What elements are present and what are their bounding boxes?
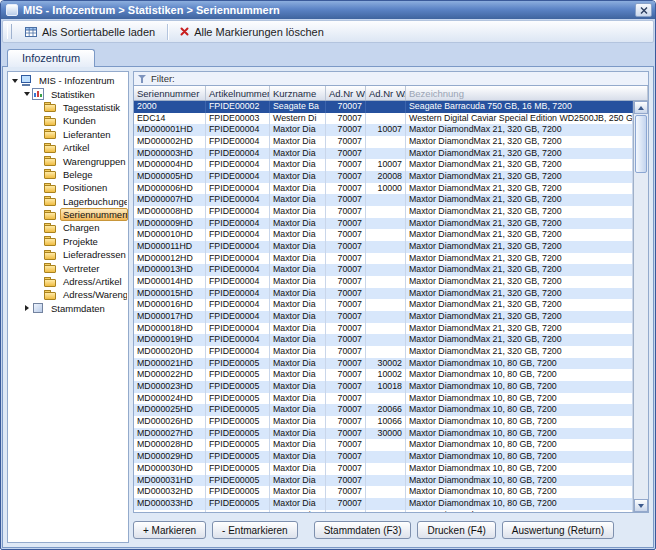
table-row[interactable]: MD000034HDFPIDE00005Maxtor Dia70007Maxto… xyxy=(134,510,633,512)
table-row[interactable]: MD000009HDFPIDE00004Maxtor Dia70007Maxto… xyxy=(134,218,633,230)
tab-infozentrum[interactable]: Infozentrum xyxy=(7,49,95,67)
table-row[interactable]: MD000012HDFPIDE00004Maxtor Dia70007Maxto… xyxy=(134,253,633,265)
cell-adnr-wa xyxy=(366,346,406,358)
clear-marks-button[interactable]: Alle Markierungen löschen xyxy=(174,23,330,41)
tree-item-statistiken[interactable]: Statistiken xyxy=(8,87,128,100)
table-row[interactable]: MD000032HDFPIDE00005Maxtor Dia70007Maxto… xyxy=(134,486,633,498)
cell-bezeichnung: Maxtor Diamondmax 10, 80 GB, 7200 xyxy=(406,428,633,440)
table-row[interactable]: MD000008HDFPIDE00004Maxtor Dia70007Maxto… xyxy=(134,206,633,218)
vertical-scrollbar[interactable] xyxy=(633,101,648,512)
tree-item-belege[interactable]: Belege xyxy=(8,168,128,181)
tree-item-stammdaten[interactable]: Stammdaten xyxy=(8,302,128,315)
table-row[interactable]: MD000026HDFPIDE00005Maxtor Dia7000710066… xyxy=(134,416,633,428)
tree-item-lieferadressen[interactable]: Lieferadressen xyxy=(8,248,128,261)
table-row[interactable]: MD000013HDFPIDE00004Maxtor Dia70007Maxto… xyxy=(134,264,633,276)
cell-adnr-wa: 20066 xyxy=(366,404,406,416)
tree-item-adress-warengruppen[interactable]: Adress/Warengruppen xyxy=(8,288,128,301)
tree-item-artikel[interactable]: Artikel xyxy=(8,141,128,154)
table-row[interactable]: MD000005HDFPIDE00004Maxtor Dia7000720008… xyxy=(134,171,633,183)
expand-icon[interactable] xyxy=(22,305,31,311)
collapse-icon[interactable] xyxy=(22,92,31,96)
cell-seriennummer: MD000007HD xyxy=(134,194,206,206)
folder-icon xyxy=(44,289,57,301)
table-row[interactable]: MD000033HDFPIDE00005Maxtor Dia70007Maxto… xyxy=(134,498,633,510)
tree-item-mis-infozentrum[interactable]: MIS - Infozentrum xyxy=(8,74,128,87)
table-row[interactable]: MD000015HDFPIDE00004Maxtor Dia70007Maxto… xyxy=(134,288,633,300)
markieren-button[interactable]: + Markieren xyxy=(133,521,206,539)
table-row[interactable]: 2000FPIDE00002Seagate Ba70007Seagate Bar… xyxy=(134,101,633,113)
cell-artikelnummer: FPIDE00004 xyxy=(206,229,270,241)
table-row[interactable]: MD000014HDFPIDE00004Maxtor Dia70007Maxto… xyxy=(134,276,633,288)
cell-artikelnummer: FPIDE00005 xyxy=(206,498,270,510)
folder-icon xyxy=(44,235,57,247)
column-header-kurzname[interactable]: Kurzname xyxy=(270,86,326,100)
scrollbar-thumb[interactable] xyxy=(635,115,647,173)
table-row[interactable]: MD000020HDFPIDE00004Maxtor Dia70007Maxto… xyxy=(134,346,633,358)
tree-item-lieferanten[interactable]: Lieferanten xyxy=(8,128,128,141)
table-row[interactable]: MD000027HDFPIDE00005Maxtor Dia7000730000… xyxy=(134,428,633,440)
table-row[interactable]: MD000010HDFPIDE00004Maxtor Dia70007Maxto… xyxy=(134,229,633,241)
scroll-down-button[interactable] xyxy=(634,499,648,512)
table-row[interactable]: MD000006HDFPIDE00004Maxtor Dia7000710000… xyxy=(134,183,633,195)
table-row[interactable]: MD000001HDFPIDE00004Maxtor Dia7000710007… xyxy=(134,124,633,136)
cell-kurzname: Maxtor Dia xyxy=(270,276,326,288)
table-row[interactable]: MD000017HDFPIDE00004Maxtor Dia70007Maxto… xyxy=(134,311,633,323)
table-row[interactable]: MD000023HDFPIDE00005Maxtor Dia7000710018… xyxy=(134,381,633,393)
cell-artikelnummer: FPIDE00005 xyxy=(206,510,270,512)
table-row[interactable]: MD000030HDFPIDE00005Maxtor Dia70007Maxto… xyxy=(134,463,633,475)
tree-item-kunden[interactable]: Kunden xyxy=(8,114,128,127)
tree-item-lagerbuchungen[interactable]: Lagerbuchungen xyxy=(8,195,128,208)
table-row[interactable]: MD000019HDFPIDE00004Maxtor Dia70007Maxto… xyxy=(134,334,633,346)
scrollbar-track[interactable] xyxy=(634,114,648,499)
table-row[interactable]: MD000022HDFPIDE00005Maxtor Dia7000710002… xyxy=(134,369,633,381)
table-row[interactable]: EDC14FPIDE00003Western Di70007Western Di… xyxy=(134,113,633,125)
entmarkieren-button[interactable]: - Entmarkieren xyxy=(212,521,298,539)
cell-adnr-we: 70007 xyxy=(326,264,366,276)
column-header-bezeichnung[interactable]: Bezeichnung xyxy=(406,86,648,100)
tree-item-adress-artikel[interactable]: Adress/Artikel xyxy=(8,275,128,288)
column-header-adnr-wa[interactable]: Ad.Nr WA xyxy=(366,86,406,100)
table-row[interactable]: MD000007HDFPIDE00004Maxtor Dia70007Maxto… xyxy=(134,194,633,206)
auswertung-button[interactable]: Auswertung (Return) xyxy=(502,521,614,539)
table-row[interactable]: MD000004HDFPIDE00004Maxtor Dia7000710007… xyxy=(134,159,633,171)
drucken-button[interactable]: Drucken (F4) xyxy=(417,521,495,539)
cell-bezeichnung: Maxtor DiamondMax 21, 320 GB, 7200 xyxy=(406,229,633,241)
cell-artikelnummer: FPIDE00004 xyxy=(206,124,270,136)
filter-bar[interactable]: Filter: xyxy=(133,71,649,85)
cell-seriennummer: MD000033HD xyxy=(134,498,206,510)
tree-item-warengruppen[interactable]: Warengruppen xyxy=(8,154,128,167)
table-row[interactable]: MD000028HDFPIDE00005Maxtor Dia70007Maxto… xyxy=(134,439,633,451)
cell-kurzname: Maxtor Dia xyxy=(270,486,326,498)
cell-kurzname: Maxtor Dia xyxy=(270,148,326,160)
column-header-adnr-we[interactable]: Ad.Nr WE xyxy=(326,86,366,100)
column-header-seriennummer[interactable]: Seriennummer xyxy=(134,86,206,100)
table-row[interactable]: MD000016HDFPIDE00004Maxtor Dia70007Maxto… xyxy=(134,299,633,311)
grid-body: 2000FPIDE00002Seagate Ba70007Seagate Bar… xyxy=(134,101,648,512)
cell-kurzname: Maxtor Dia xyxy=(270,241,326,253)
close-button[interactable] xyxy=(635,3,652,17)
tree-item-vertreter[interactable]: Vertreter xyxy=(8,261,128,274)
table-row[interactable]: MD000021HDFPIDE00005Maxtor Dia7000730002… xyxy=(134,358,633,370)
table-row[interactable]: MD000025HDFPIDE00005Maxtor Dia7000720066… xyxy=(134,404,633,416)
tree-item-projekte[interactable]: Projekte xyxy=(8,235,128,248)
table-row[interactable]: MD000018HDFPIDE00004Maxtor Dia70007Maxto… xyxy=(134,323,633,335)
table-row[interactable]: MD000029HDFPIDE00005Maxtor Dia70007Maxto… xyxy=(134,451,633,463)
tree-item-seriennummern[interactable]: Seriennummern xyxy=(8,208,128,221)
cell-seriennummer: MD000015HD xyxy=(134,288,206,300)
tree-item-tagesstatistik[interactable]: Tagesstatistik xyxy=(8,101,128,114)
tree-item-chargen[interactable]: Chargen xyxy=(8,221,128,234)
column-header-artikelnummer[interactable]: Artikelnummer xyxy=(206,86,270,100)
table-row[interactable]: MD000011HDFPIDE00004Maxtor Dia70007Maxto… xyxy=(134,241,633,253)
tree-item-positionen[interactable]: Positionen xyxy=(8,181,128,194)
scroll-up-button[interactable] xyxy=(634,101,648,114)
app-icon xyxy=(6,4,18,16)
table-row[interactable]: MD000003HDFPIDE00004Maxtor Dia70007Maxto… xyxy=(134,148,633,160)
cell-bezeichnung: Maxtor Diamondmax 10, 80 GB, 7200 xyxy=(406,463,633,475)
table-row[interactable]: MD000024HDFPIDE00005Maxtor Dia70007Maxto… xyxy=(134,393,633,405)
table-row[interactable]: MD000002HDFPIDE00004Maxtor Dia70007Maxto… xyxy=(134,136,633,148)
table-row[interactable]: MD000031HDFPIDE00005Maxtor Dia70007Maxto… xyxy=(134,475,633,487)
collapse-icon[interactable] xyxy=(10,79,19,83)
load-sort-table-button[interactable]: Als Sortiertabelle laden xyxy=(19,23,161,41)
cell-kurzname: Maxtor Dia xyxy=(270,206,326,218)
stammdaten-button[interactable]: Stammdaten (F3) xyxy=(314,521,412,539)
